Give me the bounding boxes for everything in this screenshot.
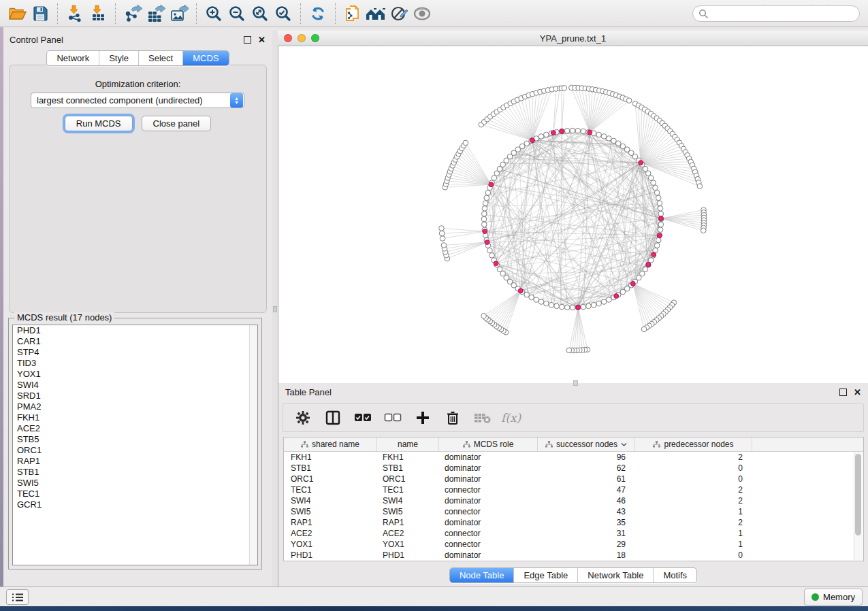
cell-shared-name[interactable]: STB1 [284, 463, 377, 473]
zoom-fit-icon[interactable] [248, 3, 272, 24]
cell-successor-nodes[interactable]: 96 [538, 452, 635, 462]
table-row[interactable]: YOX1YOX1connector291 [284, 539, 863, 550]
float-panel-icon[interactable] [244, 36, 251, 44]
save-session-icon[interactable] [29, 3, 52, 24]
mcds-result-item[interactable]: PMA2 [13, 401, 257, 412]
cell-successor-nodes[interactable]: 47 [538, 485, 635, 495]
cell-MCDS-role[interactable]: connector [439, 507, 538, 516]
table-row[interactable]: TEC1TEC1connector472 [284, 484, 863, 495]
cell-predecessor-nodes[interactable]: 1 [635, 507, 752, 516]
cell-MCDS-role[interactable]: dominator [439, 550, 538, 560]
cell-successor-nodes[interactable]: 62 [538, 463, 635, 473]
mcds-result-item[interactable]: TEC1 [13, 489, 257, 499]
close-panel-button[interactable]: Close panel [142, 116, 212, 131]
criterion-select[interactable]: largest connected component (undirected)… [31, 93, 244, 108]
table-row[interactable]: ORC1ORC1dominator610 [284, 474, 863, 484]
task-history-button[interactable] [6, 589, 29, 605]
cell-shared-name[interactable]: TEC1 [284, 485, 377, 495]
mcds-result-item[interactable]: CAR1 [13, 336, 257, 347]
network-canvas[interactable] [278, 46, 868, 383]
cell-successor-nodes[interactable]: 31 [538, 529, 635, 538]
cell-predecessor-nodes[interactable]: 1 [635, 540, 752, 549]
cell-shared-name[interactable]: ACE2 [284, 529, 377, 538]
select-all-icon[interactable] [351, 406, 374, 429]
tab-motifs[interactable]: Motifs [653, 568, 696, 582]
cell-successor-nodes[interactable]: 61 [538, 474, 635, 484]
cell-name[interactable]: TEC1 [377, 485, 439, 495]
cell-name[interactable]: ACE2 [377, 529, 439, 538]
export-image-icon[interactable] [167, 3, 191, 24]
cell-MCDS-role[interactable]: connector [439, 540, 538, 549]
clone-network-icon[interactable] [341, 3, 364, 24]
cell-shared-name[interactable]: SWI4 [284, 496, 377, 506]
tab-style[interactable]: Style [99, 51, 138, 65]
mcds-result-item[interactable]: FKH1 [13, 412, 257, 423]
cell-predecessor-nodes[interactable]: 0 [635, 463, 752, 473]
cell-name[interactable]: PHD1 [377, 550, 439, 560]
cell-shared-name[interactable]: FKH1 [284, 452, 377, 462]
column-header-successor-nodes[interactable]: successor nodes [538, 437, 635, 451]
close-panel-icon[interactable]: ✕ [258, 37, 266, 43]
mcds-result-item[interactable]: RAP1 [13, 456, 257, 467]
tab-edge-table[interactable]: Edge Table [513, 568, 577, 582]
cell-name[interactable]: YOX1 [377, 540, 439, 549]
deselect-all-icon[interactable] [381, 406, 404, 429]
column-icon[interactable] [321, 406, 344, 429]
mcds-result-item[interactable]: PHD1 [13, 325, 257, 336]
table-scrollbar[interactable] [854, 452, 863, 560]
cell-name[interactable]: FKH1 [377, 452, 439, 462]
mcds-result-item[interactable]: ACE2 [13, 423, 257, 434]
memory-button[interactable]: Memory [804, 589, 863, 606]
cell-successor-nodes[interactable]: 46 [538, 496, 635, 506]
cell-name[interactable]: STB1 [377, 463, 439, 473]
cell-predecessor-nodes[interactable]: 2 [635, 496, 752, 506]
cell-MCDS-role[interactable]: dominator [439, 452, 538, 462]
export-table-icon[interactable] [144, 3, 167, 24]
table-row[interactable]: SWI5SWI5connector431 [284, 506, 863, 517]
mcds-result-item[interactable]: GCR1 [13, 499, 257, 510]
network-graph[interactable] [278, 46, 868, 383]
table-row[interactable]: FKH1FKH1dominator962 [284, 452, 863, 463]
result-list-scrollbar[interactable] [249, 325, 257, 565]
cell-MCDS-role[interactable]: dominator [439, 496, 538, 506]
column-header-MCDS-role[interactable]: MCDS role [439, 437, 538, 451]
cell-MCDS-role[interactable]: connector [439, 485, 538, 495]
column-header-name[interactable]: name [377, 437, 439, 451]
overview-icon[interactable] [364, 3, 387, 24]
tab-mcds[interactable]: MCDS [182, 51, 228, 65]
delete-icon[interactable] [441, 406, 464, 429]
table-row[interactable]: SWI4SWI4dominator462 [284, 495, 863, 506]
cell-predecessor-nodes[interactable]: 1 [635, 529, 752, 538]
cell-predecessor-nodes[interactable]: 0 [635, 550, 752, 560]
mcds-result-item[interactable]: TID3 [13, 358, 257, 369]
zoom-in-icon[interactable] [202, 3, 225, 24]
vertical-splitter[interactable] [272, 31, 278, 587]
tab-node-table[interactable]: Node Table [450, 568, 514, 582]
tab-network-table[interactable]: Network Table [577, 568, 653, 582]
cell-successor-nodes[interactable]: 35 [538, 518, 635, 527]
cell-shared-name[interactable]: RAP1 [284, 518, 377, 527]
table-scrollbar-thumb[interactable] [855, 454, 861, 535]
cell-MCDS-role[interactable]: dominator [439, 463, 538, 473]
mcds-result-item[interactable]: YOX1 [13, 369, 257, 380]
float-table-panel-icon[interactable] [839, 389, 847, 396]
tab-network[interactable]: Network [47, 51, 99, 65]
horizontal-splitter-grip[interactable] [573, 380, 578, 386]
column-header-shared-name[interactable]: shared name [284, 437, 377, 451]
cell-successor-nodes[interactable]: 18 [538, 550, 635, 560]
export-network-icon[interactable] [121, 3, 144, 24]
cell-MCDS-role[interactable]: dominator [439, 474, 538, 484]
cell-shared-name[interactable]: YOX1 [284, 540, 377, 549]
cell-name[interactable]: RAP1 [377, 518, 439, 527]
mcds-result-item[interactable]: STP4 [13, 347, 257, 358]
cell-predecessor-nodes[interactable]: 0 [635, 474, 752, 484]
table-row[interactable]: PHD1PHD1dominator180 [284, 550, 863, 561]
gear-icon[interactable] [291, 406, 315, 429]
mcds-result-item[interactable]: STB1 [13, 467, 257, 478]
mcds-result-list[interactable]: PHD1CAR1STP4TID3YOX1SWI4SRD1PMA2FKH1ACE2… [12, 325, 258, 565]
mcds-result-item[interactable]: ORC1 [13, 445, 257, 456]
run-mcds-button[interactable]: Run MCDS [65, 116, 133, 131]
tab-select[interactable]: Select [138, 51, 182, 65]
cell-successor-nodes[interactable]: 43 [538, 507, 635, 516]
open-session-icon[interactable] [5, 3, 29, 24]
